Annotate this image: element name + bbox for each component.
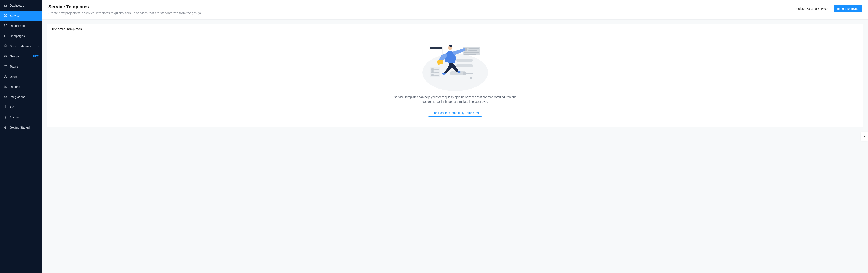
svg-rect-27 <box>464 52 479 53</box>
svg-rect-16 <box>4 97 5 98</box>
svg-rect-42 <box>434 75 439 76</box>
svg-rect-38 <box>431 71 434 73</box>
svg-rect-12 <box>5 86 6 88</box>
sidebar-item-service-maturity[interactable]: Service Maturity› <box>0 41 42 51</box>
sidebar-item-label: Getting Started <box>10 126 38 129</box>
svg-rect-5 <box>6 55 6 56</box>
bolt-icon <box>4 126 7 130</box>
sidebar-item-repositories[interactable]: Repositories <box>0 21 42 31</box>
svg-point-8 <box>5 65 5 66</box>
svg-rect-29 <box>456 59 473 62</box>
chevron-left-bar-icon <box>863 135 866 138</box>
sidebar-item-label: Service Maturity <box>10 44 35 48</box>
sidebar-item-label: Campaigns <box>10 34 38 38</box>
branch-icon <box>4 24 7 28</box>
home-icon <box>4 4 7 8</box>
sidebar-item-label: Dashboard <box>10 4 38 7</box>
sidebar-item-reports[interactable]: Reports› <box>0 82 42 92</box>
sidebar: DashboardServices›RepositoriesCampaignsS… <box>0 0 42 273</box>
svg-point-3 <box>4 45 7 47</box>
svg-point-2 <box>6 24 6 25</box>
check-circle-icon <box>4 44 7 48</box>
svg-rect-26 <box>468 50 477 51</box>
sidebar-item-label: Reports <box>10 85 35 89</box>
svg-point-19 <box>5 117 6 117</box>
imported-templates-card: Imported Templates <box>47 24 863 128</box>
chevron-right-icon: › <box>38 45 38 47</box>
sidebar-item-teams[interactable]: Teams <box>0 61 42 72</box>
svg-rect-35 <box>463 72 466 75</box>
chevron-right-icon: › <box>38 86 38 88</box>
svg-rect-28 <box>464 54 476 55</box>
svg-rect-7 <box>6 56 6 57</box>
sidebar-item-getting-started[interactable]: Getting Started <box>0 123 42 133</box>
svg-point-46 <box>457 71 461 73</box>
svg-rect-22 <box>430 47 442 49</box>
svg-rect-30 <box>456 64 473 67</box>
grid-icon <box>4 55 7 59</box>
sidebar-item-groups[interactable]: GroupsNEW <box>0 51 42 61</box>
page-header: Service Templates Create new projects wi… <box>42 0 868 20</box>
user-icon <box>4 75 7 79</box>
svg-point-10 <box>5 75 6 76</box>
svg-rect-33 <box>470 77 472 79</box>
chart-icon <box>4 85 7 89</box>
svg-point-9 <box>6 65 6 66</box>
sidebar-item-label: Account <box>10 116 38 119</box>
chevron-right-icon: › <box>38 14 38 17</box>
svg-rect-37 <box>431 68 434 71</box>
empty-state: Service Templates can help your team qui… <box>47 34 863 127</box>
svg-point-45 <box>442 73 446 74</box>
sidebar-item-integrations[interactable]: Integrations <box>0 92 42 102</box>
svg-rect-39 <box>431 74 434 76</box>
card-title: Imported Templates <box>47 24 863 34</box>
page-subtitle: Create new projects with Service Templat… <box>48 11 791 15</box>
svg-rect-44 <box>437 60 443 65</box>
new-badge: NEW <box>33 55 38 58</box>
svg-rect-4 <box>4 55 5 56</box>
cube-icon <box>4 14 7 18</box>
svg-point-0 <box>4 24 5 25</box>
sidebar-item-account[interactable]: Account <box>0 112 42 123</box>
svg-rect-15 <box>6 96 6 96</box>
flag-icon <box>4 34 7 38</box>
sidebar-item-label: Teams <box>10 65 38 68</box>
sidebar-item-label: Integrations <box>10 95 38 99</box>
svg-rect-11 <box>5 87 5 88</box>
main-content: Service Templates Create new projects wi… <box>42 0 868 273</box>
svg-rect-13 <box>6 87 6 88</box>
register-existing-service-button[interactable]: Register Existing Service <box>791 5 831 12</box>
gear-icon <box>4 115 7 120</box>
empty-state-text: Service Templates can help your team qui… <box>392 95 519 104</box>
svg-rect-40 <box>434 69 439 70</box>
sidebar-item-services[interactable]: Services› <box>0 10 42 21</box>
sidebar-item-label: Services <box>10 14 35 18</box>
svg-rect-6 <box>4 56 5 57</box>
svg-rect-25 <box>468 48 479 49</box>
svg-rect-17 <box>6 97 6 98</box>
empty-state-illustration <box>421 43 489 92</box>
users-icon <box>4 65 7 69</box>
apps-icon <box>4 95 7 99</box>
header-actions: Register Existing Service Import Templat… <box>791 5 862 12</box>
sidebar-item-label: Groups <box>10 55 31 58</box>
sidebar-item-label: Users <box>10 75 38 78</box>
svg-rect-41 <box>434 72 439 73</box>
gear-icon <box>4 105 7 109</box>
svg-point-1 <box>4 26 5 27</box>
import-template-button[interactable]: Import Template <box>834 5 862 12</box>
sidebar-item-dashboard[interactable]: Dashboard <box>0 0 42 10</box>
page-title: Service Templates <box>48 4 791 9</box>
sidebar-item-label: Repositories <box>10 24 38 28</box>
svg-point-18 <box>5 106 6 107</box>
drawer-toggle[interactable] <box>861 132 868 141</box>
find-community-templates-button[interactable]: Find Popular Community Templates <box>428 109 482 117</box>
sidebar-item-users[interactable]: Users <box>0 72 42 82</box>
sidebar-item-api[interactable]: API <box>0 102 42 112</box>
sidebar-item-label: API <box>10 105 38 109</box>
svg-rect-14 <box>4 96 5 96</box>
sidebar-item-campaigns[interactable]: Campaigns <box>0 31 42 41</box>
